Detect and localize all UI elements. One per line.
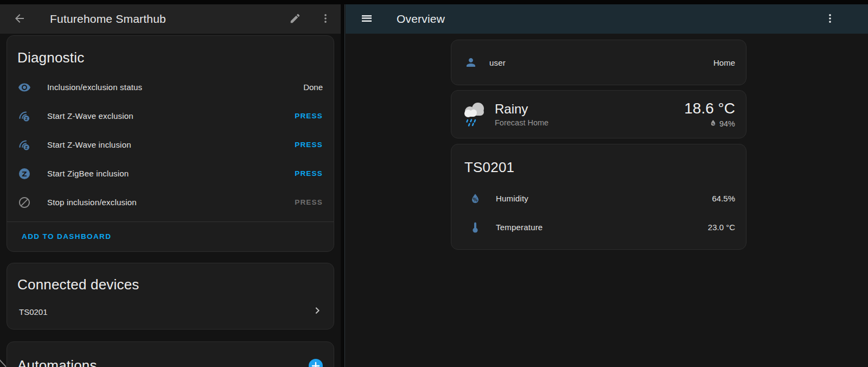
sidebar-menu-button[interactable] — [359, 11, 374, 27]
svg-text:%: % — [712, 122, 714, 125]
zigbee-icon: Z — [18, 167, 31, 180]
overview-panel: Overview user Home — [346, 0, 868, 367]
temperature-row[interactable]: Temperature 23.0 °C — [451, 213, 746, 242]
row-value: 64.5% — [712, 194, 735, 203]
weather-text: Rainy Forecast Home — [495, 102, 684, 127]
ts0201-card: TS0201 % Humidity 64.5% Temperature 23.0… — [451, 144, 746, 250]
row-label: Humidity — [496, 194, 712, 203]
connected-devices-card: Connected devices TS0201 — [7, 263, 334, 330]
person-icon — [464, 56, 477, 69]
row-stop-inclusion[interactable]: Stop inclusion/exclusion PRESS — [7, 188, 334, 217]
row-zwave-inclusion[interactable]: z Start Z-Wave inclusion PRESS — [7, 130, 334, 159]
block-icon — [18, 196, 31, 209]
automations-title: Automations — [17, 357, 309, 367]
zwave-icon: z — [18, 110, 31, 123]
more-vert-icon — [824, 12, 836, 26]
press-button[interactable]: PRESS — [295, 141, 323, 149]
automations-card: Automations — [7, 341, 334, 367]
back-button[interactable] — [12, 11, 27, 27]
dashboard-menu-button[interactable] — [822, 11, 838, 27]
diagnostic-card-title: Diagnostic — [17, 49, 323, 66]
press-button[interactable]: PRESS — [295, 169, 323, 178]
weather-readings: 18.6 °C % 94% — [684, 100, 735, 129]
automations-header: Automations — [7, 342, 334, 367]
humidity-row[interactable]: % Humidity 64.5% — [451, 184, 746, 213]
user-name: user — [489, 58, 713, 67]
device-detail-content: Diagnostic Inclusion/exclusion status Do… — [0, 34, 341, 367]
edit-button[interactable] — [288, 11, 303, 27]
row-label: Inclusion/exclusion status — [47, 83, 303, 92]
chevron-right-icon — [311, 304, 324, 319]
weather-condition: Rainy — [495, 102, 684, 117]
weather-subtitle: Forecast Home — [495, 118, 684, 127]
overview-header: Overview — [346, 4, 868, 34]
diagnostic-card: Diagnostic Inclusion/exclusion status Do… — [7, 35, 334, 252]
row-label: Temperature — [496, 223, 708, 232]
row-zigbee-inclusion[interactable]: Z Start ZigBee inclusion PRESS — [7, 159, 334, 188]
press-button-disabled: PRESS — [295, 198, 323, 206]
weather-temperature: 18.6 °C — [684, 100, 735, 117]
status-bar-strip — [0, 0, 868, 4]
temperature-icon — [469, 221, 482, 234]
header-actions — [288, 11, 333, 27]
zwave-icon: z — [18, 138, 31, 151]
add-automation-button[interactable] — [309, 359, 323, 367]
arrow-back-icon — [13, 12, 26, 27]
rainy-weather-icon — [460, 101, 489, 128]
panel-divider[interactable] — [341, 0, 345, 367]
row-value: Done — [303, 83, 323, 92]
pencil-icon — [289, 12, 301, 26]
svg-text:z: z — [25, 145, 28, 150]
add-to-dashboard-button[interactable]: ADD TO DASHBOARD — [7, 222, 122, 251]
device-name: TS0201 — [19, 307, 311, 317]
svg-text:z: z — [25, 116, 28, 121]
humidity-drop-icon: % — [709, 119, 717, 129]
overflow-menu-button[interactable] — [318, 11, 333, 27]
app-screen: Futurehome Smarthub Diagnostic — [0, 0, 868, 367]
weather-card[interactable]: Rainy Forecast Home 18.6 °C % 94% — [451, 90, 746, 138]
row-label: Start Z-Wave inclusion — [47, 140, 295, 149]
connected-devices-title: Connected devices — [17, 276, 323, 293]
hamburger-menu-icon — [360, 12, 373, 27]
ts0201-card-title: TS0201 — [464, 159, 734, 176]
weather-humidity-value: 94% — [719, 119, 735, 128]
row-label: Start ZigBee inclusion — [47, 169, 295, 178]
user-entity-card[interactable]: user Home — [451, 40, 746, 85]
row-label: Stop inclusion/exclusion — [47, 198, 295, 207]
row-inclusion-status[interactable]: Inclusion/exclusion status Done — [7, 73, 334, 102]
page-title: Futurehome Smarthub — [50, 12, 288, 26]
row-value: 23.0 °C — [708, 223, 735, 232]
more-vert-icon — [320, 12, 331, 26]
weather-humidity: % 94% — [684, 119, 735, 129]
eye-icon — [18, 81, 31, 94]
device-detail-panel: Futurehome Smarthub Diagnostic — [0, 0, 341, 367]
row-zwave-exclusion[interactable]: z Start Z-Wave exclusion PRESS — [7, 102, 334, 130]
row-label: Start Z-Wave exclusion — [47, 111, 295, 121]
connected-device-item[interactable]: TS0201 — [7, 296, 334, 327]
device-detail-header: Futurehome Smarthub — [0, 4, 341, 34]
press-button[interactable]: PRESS — [295, 112, 323, 120]
svg-text:%: % — [473, 197, 478, 203]
dashboard-title: Overview — [397, 12, 822, 26]
humidity-icon: % — [469, 192, 482, 205]
user-area: Home — [713, 58, 735, 67]
dashboard-content: user Home — [451, 34, 746, 250]
svg-text:Z: Z — [22, 169, 27, 178]
